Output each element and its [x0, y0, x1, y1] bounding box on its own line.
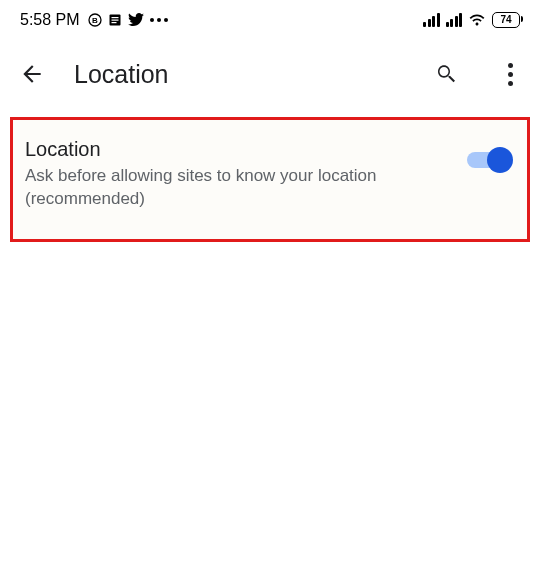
page-title: Location	[74, 60, 400, 89]
location-toggle[interactable]	[467, 148, 511, 172]
status-right: 74	[423, 12, 520, 28]
more-vert-icon	[508, 63, 513, 86]
status-bar: 5:58 PM B 74	[0, 0, 540, 36]
svg-text:B: B	[92, 16, 98, 25]
wifi-icon	[468, 13, 486, 27]
setting-subtitle: Ask before allowing sites to know your l…	[25, 165, 455, 211]
status-left: 5:58 PM B	[20, 11, 168, 29]
search-icon	[434, 62, 458, 86]
setting-row-location[interactable]: Location Ask before allowing sites to kn…	[10, 117, 530, 242]
toggle-thumb	[487, 147, 513, 173]
setting-title: Location	[25, 138, 455, 161]
notes-icon	[108, 13, 122, 27]
arrow-back-icon	[19, 61, 45, 87]
search-button[interactable]	[428, 56, 464, 92]
overflow-menu-button[interactable]	[492, 56, 528, 92]
battery-icon: 74	[492, 12, 520, 28]
signal-icon-1	[423, 13, 440, 27]
svg-rect-4	[111, 20, 118, 21]
twitter-icon	[128, 13, 144, 27]
svg-rect-3	[111, 17, 118, 18]
setting-text: Location Ask before allowing sites to kn…	[25, 138, 455, 211]
more-horiz-icon	[150, 18, 168, 22]
status-time: 5:58 PM	[20, 11, 80, 29]
back-button[interactable]	[18, 60, 46, 88]
signal-icon-2	[446, 13, 463, 27]
battery-level: 74	[500, 14, 511, 25]
svg-rect-5	[111, 22, 116, 23]
app-bar: Location	[0, 36, 540, 112]
b-circle-icon: B	[88, 13, 102, 27]
